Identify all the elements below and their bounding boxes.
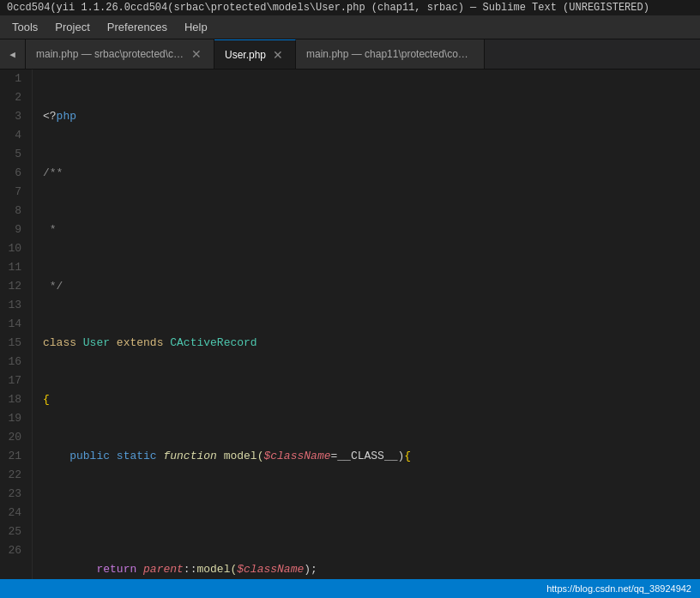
editor: 1 2 3 4 5 6 7 8 9 10 11 12 13 14 15 16 1… bbox=[0, 69, 700, 579]
status-url: https://blog.csdn.net/qq_38924942 bbox=[546, 583, 691, 594]
tab-scroll-left[interactable]: ◀ bbox=[0, 39, 26, 69]
tab-main-chap11-label: main.php — chap11\protected\config bbox=[306, 48, 474, 60]
code-line-3: * bbox=[43, 220, 700, 239]
code-line-9: return parent::model($className); bbox=[43, 560, 700, 579]
title-bar: 0ccd504(yii 1.1.26.0ccd504(srbac\protect… bbox=[0, 0, 700, 15]
code-line-1: <?php bbox=[43, 107, 700, 126]
code-editor[interactable]: <?php /** * */ class User extends CActiv… bbox=[33, 69, 700, 579]
tab-user-php-close[interactable]: ✕ bbox=[271, 48, 285, 62]
tab-main-srbac-close[interactable]: ✕ bbox=[190, 47, 203, 61]
menu-help[interactable]: Help bbox=[176, 17, 216, 37]
code-line-2: /** bbox=[43, 164, 700, 183]
code-line-8 bbox=[43, 504, 700, 522]
menu-tools[interactable]: Tools bbox=[3, 17, 46, 37]
menu-preferences[interactable]: Preferences bbox=[99, 17, 176, 37]
menu-project[interactable]: Project bbox=[46, 17, 98, 37]
code-line-6: { bbox=[43, 390, 700, 409]
tab-main-srbac[interactable]: main.php — srbac\protected\config ✕ bbox=[26, 39, 214, 69]
code-line-5: class User extends CActiveRecord bbox=[43, 334, 700, 353]
title-text: 0ccd504(yii 1.1.26.0ccd504(srbac\protect… bbox=[7, 2, 649, 14]
tab-main-chap11[interactable]: main.php — chap11\protected\config bbox=[296, 39, 485, 69]
tab-bar: ◀ main.php — srbac\protected\config ✕ Us… bbox=[0, 39, 700, 69]
tab-main-srbac-label: main.php — srbac\protected\config bbox=[36, 48, 184, 60]
menu-bar: Tools Project Preferences Help bbox=[0, 15, 700, 39]
code-line-7: public static function model($className=… bbox=[43, 447, 700, 466]
tab-user-php-label: User.php bbox=[225, 49, 266, 61]
tab-user-php[interactable]: User.php ✕ bbox=[214, 39, 296, 69]
line-numbers: 1 2 3 4 5 6 7 8 9 10 11 12 13 14 15 16 1… bbox=[0, 69, 33, 579]
status-bar: https://blog.csdn.net/qq_38924942 bbox=[0, 579, 700, 598]
code-line-4: */ bbox=[43, 277, 700, 296]
